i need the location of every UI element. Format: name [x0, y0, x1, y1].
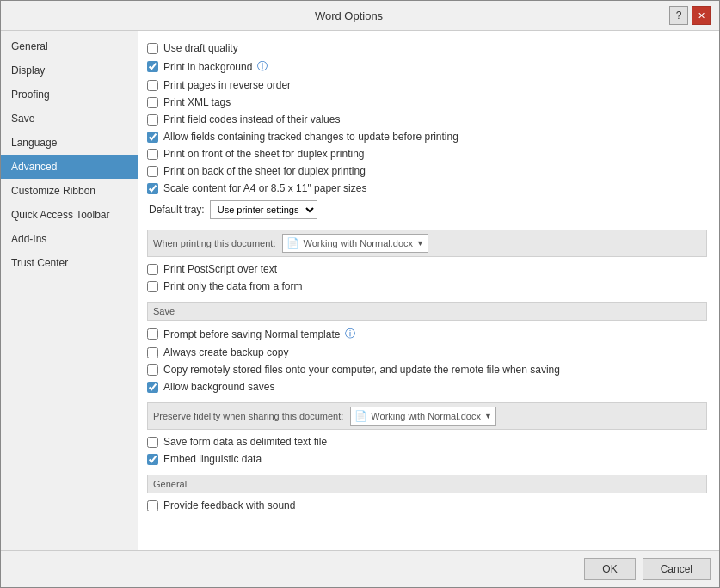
option-draft-quality: Use draft quality — [147, 40, 707, 57]
checkbox-embed-linguistic[interactable] — [147, 454, 158, 465]
option-print-background: Print in background ⓘ — [147, 57, 707, 77]
fidelity-doc-icon: 📄 — [354, 410, 367, 422]
label-allow-fields[interactable]: Allow fields containing tracked changes … — [163, 131, 458, 143]
checkbox-front-duplex[interactable] — [147, 149, 158, 160]
label-form-data[interactable]: Print only the data from a form — [163, 280, 302, 292]
label-back-duplex[interactable]: Print on back of the sheet for duplex pr… — [163, 165, 366, 177]
when-printing-header: When printing this document: 📄 Working w… — [147, 230, 707, 257]
option-allow-fields: Allow fields containing tracked changes … — [147, 128, 707, 145]
option-form-data: Print only the data from a form — [147, 278, 707, 295]
option-feedback-sound: Provide feedback with sound — [147, 497, 707, 514]
sidebar-item-add-ins[interactable]: Add-Ins — [1, 227, 138, 251]
label-draft-quality[interactable]: Use draft quality — [163, 42, 238, 54]
fidelity-doc-name: Working with Normal.docx — [371, 411, 481, 421]
fidelity-section-header: Preserve fidelity when sharing this docu… — [147, 402, 707, 430]
option-back-duplex: Print on back of the sheet for duplex pr… — [147, 162, 707, 180]
checkbox-background-saves[interactable] — [147, 382, 158, 393]
checkbox-print-background[interactable] — [147, 61, 158, 72]
dialog-footer: OK Cancel — [1, 550, 719, 587]
label-scale-content[interactable]: Scale content for A4 or 8.5 x 11" paper … — [163, 182, 366, 194]
checkbox-scale-content[interactable] — [147, 183, 158, 194]
cancel-button[interactable]: Cancel — [643, 558, 711, 580]
checkbox-print-xml[interactable] — [147, 97, 158, 108]
dropdown-arrow: ▼ — [416, 239, 424, 248]
sidebar-item-save[interactable]: Save — [1, 107, 138, 131]
dialog-content: GeneralDisplayProofingSaveLanguageAdvanc… — [1, 31, 719, 550]
option-print-xml: Print XML tags — [147, 94, 707, 111]
label-feedback-sound[interactable]: Provide feedback with sound — [163, 499, 295, 511]
checkbox-feedback-sound[interactable] — [147, 500, 158, 511]
label-prompt-normal[interactable]: Prompt before saving Normal template — [163, 328, 340, 340]
option-prompt-normal: Prompt before saving Normal template ⓘ — [147, 324, 707, 344]
label-backup-copy[interactable]: Always create backup copy — [163, 346, 288, 358]
scroll-area[interactable]: Use draft quality Print in background ⓘ … — [138, 31, 719, 550]
option-print-field-codes: Print field codes instead of their value… — [147, 111, 707, 128]
save-section-label: Save — [153, 306, 175, 316]
label-postscript[interactable]: Print PostScript over text — [163, 263, 277, 275]
sidebar-item-advanced[interactable]: Advanced — [1, 155, 138, 179]
default-tray-label: Default tray: — [149, 204, 205, 216]
main-area: Use draft quality Print in background ⓘ … — [138, 31, 719, 550]
when-printing-label: When printing this document: — [153, 238, 275, 248]
sidebar-item-proofing[interactable]: Proofing — [1, 83, 138, 107]
sidebar-item-display[interactable]: Display — [1, 58, 138, 83]
label-print-reverse[interactable]: Print pages in reverse order — [163, 79, 291, 91]
word-options-dialog: Word Options ? ✕ GeneralDisplayProofingS… — [0, 0, 720, 588]
fidelity-label: Preserve fidelity when sharing this docu… — [153, 411, 343, 421]
option-front-duplex: Print on front of the sheet for duplex p… — [147, 145, 707, 162]
dialog-title: Word Options — [28, 9, 669, 22]
checkbox-print-reverse[interactable] — [147, 80, 158, 91]
fidelity-doc-dropdown[interactable]: 📄 Working with Normal.docx ▼ — [350, 407, 495, 426]
label-copy-remote[interactable]: Copy remotely stored files onto your com… — [163, 364, 560, 376]
label-embed-linguistic[interactable]: Embed linguistic data — [163, 453, 262, 465]
sidebar-item-quick-access[interactable]: Quick Access Toolbar — [1, 203, 138, 227]
default-tray-select[interactable]: Use printer settings — [210, 200, 317, 219]
option-embed-linguistic: Embed linguistic data — [147, 450, 707, 468]
info-icon-print-background[interactable]: ⓘ — [257, 59, 268, 74]
option-scale-content: Scale content for A4 or 8.5 x 11" paper … — [147, 180, 707, 197]
option-print-reverse: Print pages in reverse order — [147, 77, 707, 94]
checkbox-copy-remote[interactable] — [147, 364, 158, 376]
option-backup-copy: Always create backup copy — [147, 344, 707, 361]
title-bar-controls: ? ✕ — [669, 6, 711, 25]
checkbox-draft-quality[interactable] — [147, 43, 158, 54]
checkbox-print-field-codes[interactable] — [147, 114, 158, 126]
sidebar-item-general[interactable]: General — [1, 34, 138, 58]
option-background-saves: Allow background saves — [147, 378, 707, 395]
sidebar: GeneralDisplayProofingSaveLanguageAdvanc… — [1, 31, 138, 550]
default-tray-row: Default tray: Use printer settings — [149, 197, 707, 223]
sidebar-item-trust-center[interactable]: Trust Center — [1, 251, 138, 275]
save-section-header: Save — [147, 302, 707, 321]
checkbox-backup-copy[interactable] — [147, 347, 158, 358]
doc-icon: 📄 — [286, 237, 299, 249]
ok-button[interactable]: OK — [584, 558, 635, 580]
sidebar-item-customize-ribbon[interactable]: Customize Ribbon — [1, 179, 138, 203]
label-print-background[interactable]: Print in background — [163, 61, 252, 73]
checkbox-form-data[interactable] — [147, 281, 158, 292]
option-postscript: Print PostScript over text — [147, 260, 707, 278]
info-icon-prompt-normal[interactable]: ⓘ — [345, 327, 355, 341]
checkbox-form-data-delimited[interactable] — [147, 437, 158, 448]
label-form-data-delimited[interactable]: Save form data as delimited text file — [163, 436, 327, 448]
checkbox-postscript[interactable] — [147, 264, 158, 275]
checkbox-allow-fields[interactable] — [147, 132, 158, 143]
title-bar: Word Options ? ✕ — [1, 1, 719, 31]
label-print-xml[interactable]: Print XML tags — [163, 96, 231, 108]
label-print-field-codes[interactable]: Print field codes instead of their value… — [163, 113, 340, 126]
general-section-label: General — [153, 479, 187, 489]
checkbox-back-duplex[interactable] — [147, 166, 158, 177]
general-section-header: General — [147, 475, 707, 493]
help-button[interactable]: ? — [669, 6, 688, 25]
sidebar-item-language[interactable]: Language — [1, 131, 138, 155]
when-printing-doc-name: Working with Normal.docx — [303, 238, 413, 248]
when-printing-doc-dropdown[interactable]: 📄 Working with Normal.docx ▼ — [282, 234, 428, 253]
close-button[interactable]: ✕ — [692, 6, 711, 25]
checkbox-prompt-normal[interactable] — [147, 328, 158, 340]
fidelity-dropdown-arrow: ▼ — [484, 412, 492, 420]
label-background-saves[interactable]: Allow background saves — [163, 381, 274, 393]
option-form-data-delimited: Save form data as delimited text file — [147, 433, 707, 450]
option-copy-remote: Copy remotely stored files onto your com… — [147, 361, 707, 378]
label-front-duplex[interactable]: Print on front of the sheet for duplex p… — [163, 148, 364, 160]
